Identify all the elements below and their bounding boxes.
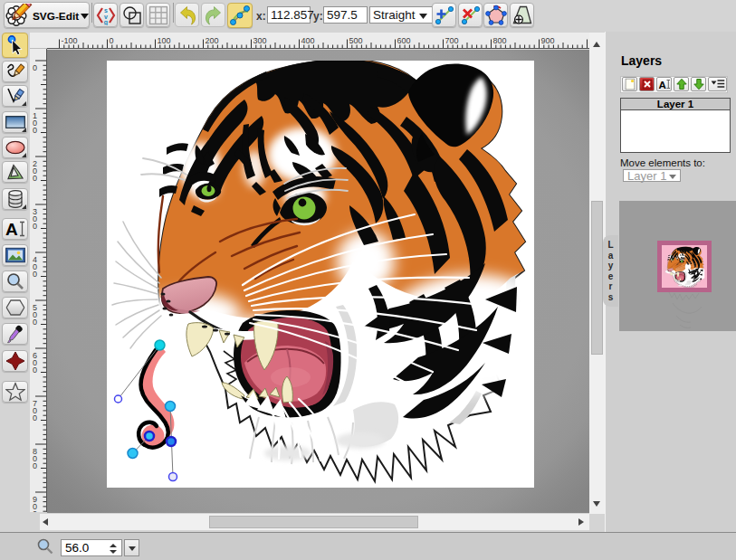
- svg-text:0: 0: [110, 36, 114, 45]
- svg-text:400: 400: [301, 36, 315, 45]
- svg-text:900: 900: [541, 36, 555, 45]
- svg-text:300: 300: [253, 36, 267, 45]
- svg-text:200: 200: [206, 36, 219, 45]
- svg-text:400: 400: [33, 255, 37, 279]
- svg-text:0: 0: [33, 63, 37, 72]
- svg-text:800: 800: [33, 447, 37, 470]
- svg-text:100: 100: [33, 111, 37, 135]
- svg-text:900: 900: [33, 495, 37, 512]
- svg-text:500: 500: [349, 36, 363, 45]
- svg-text:800: 800: [493, 36, 507, 45]
- svg-text:500: 500: [33, 303, 37, 327]
- svg-text:100: 100: [158, 36, 171, 45]
- svg-text:300: 300: [33, 207, 37, 231]
- svg-text:600: 600: [397, 36, 411, 45]
- svg-text:A: A: [5, 220, 18, 237]
- svg-text:g: g: [103, 19, 107, 25]
- svg-text:-100: -100: [62, 36, 78, 45]
- svg-text:A: A: [658, 80, 665, 90]
- svg-text:700: 700: [33, 399, 37, 422]
- svg-text:700: 700: [445, 36, 459, 45]
- svg-text:200: 200: [33, 159, 37, 183]
- svg-text:SVG-Edit: SVG-Edit: [33, 10, 79, 23]
- svg-text:600: 600: [33, 351, 37, 375]
